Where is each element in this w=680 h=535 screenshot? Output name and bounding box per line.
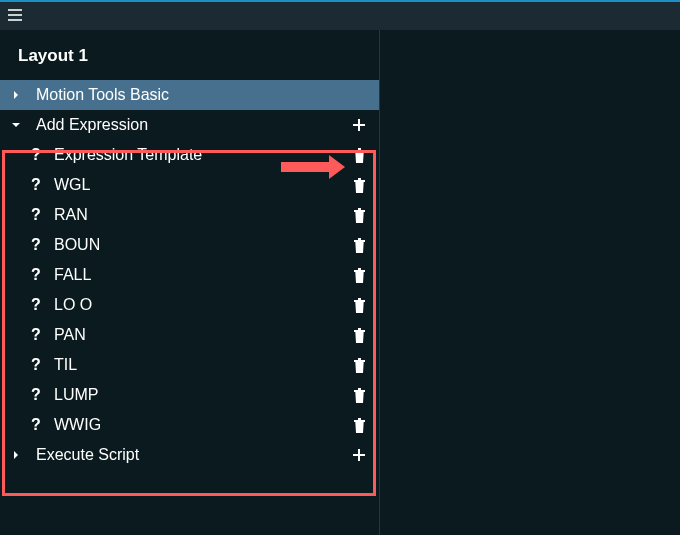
svg-rect-26 [353, 454, 365, 456]
trash-icon[interactable] [349, 388, 369, 403]
section-motion-tools-basic[interactable]: Motion Tools Basic [0, 80, 379, 110]
list-item[interactable]: ?Expression Template [0, 140, 379, 170]
svg-rect-21 [358, 388, 361, 390]
trash-icon[interactable] [349, 418, 369, 433]
item-label: WWIG [46, 416, 349, 434]
svg-rect-15 [358, 298, 361, 300]
item-label: LO O [46, 296, 349, 314]
item-label: FALL [46, 266, 349, 284]
trash-icon[interactable] [349, 238, 369, 253]
section-add-expression[interactable]: Add Expression [0, 110, 379, 140]
question-icon: ? [26, 356, 46, 374]
svg-rect-17 [358, 328, 361, 330]
svg-rect-18 [354, 330, 365, 332]
trash-icon[interactable] [349, 268, 369, 283]
list-item[interactable]: ?FALL [0, 260, 379, 290]
svg-rect-14 [354, 270, 365, 272]
item-label: TIL [46, 356, 349, 374]
list-item[interactable]: ?PAN [0, 320, 379, 350]
list-item[interactable]: ?BOUN [0, 230, 379, 260]
question-icon: ? [26, 386, 46, 404]
main-area: Layout 1 Motion Tools BasicAdd Expressio… [0, 30, 680, 535]
list-item[interactable]: ?LO O [0, 290, 379, 320]
question-icon: ? [26, 326, 46, 344]
chevron-down-icon[interactable] [6, 120, 26, 130]
question-icon: ? [26, 206, 46, 224]
list-item[interactable]: ?LUMP [0, 380, 379, 410]
chevron-right-icon[interactable] [6, 450, 26, 460]
question-icon: ? [26, 416, 46, 434]
svg-rect-16 [354, 300, 365, 302]
svg-rect-6 [354, 150, 365, 152]
list-item[interactable]: ?WGL [0, 170, 379, 200]
item-label: RAN [46, 206, 349, 224]
trash-icon[interactable] [349, 148, 369, 163]
svg-rect-5 [358, 148, 361, 150]
item-label: Expression Template [46, 146, 349, 164]
right-panel [380, 30, 680, 535]
add-icon[interactable] [349, 118, 369, 132]
list-item[interactable]: ?RAN [0, 200, 379, 230]
question-icon: ? [26, 236, 46, 254]
item-label: WGL [46, 176, 349, 194]
titlebar [0, 2, 680, 30]
svg-rect-11 [358, 238, 361, 240]
trash-icon[interactable] [349, 208, 369, 223]
section-label: Execute Script [26, 446, 349, 464]
svg-rect-12 [354, 240, 365, 242]
question-icon: ? [26, 266, 46, 284]
svg-rect-20 [354, 360, 365, 362]
item-label: BOUN [46, 236, 349, 254]
question-icon: ? [26, 296, 46, 314]
svg-rect-1 [8, 14, 22, 16]
item-label: PAN [46, 326, 349, 344]
menu-icon[interactable] [8, 8, 22, 24]
svg-rect-19 [358, 358, 361, 360]
list-item[interactable]: ?WWIG [0, 410, 379, 440]
svg-rect-7 [358, 178, 361, 180]
svg-rect-8 [354, 180, 365, 182]
svg-rect-4 [353, 124, 365, 126]
item-label: LUMP [46, 386, 349, 404]
question-icon: ? [26, 146, 46, 164]
svg-rect-22 [354, 390, 365, 392]
svg-rect-9 [358, 208, 361, 210]
svg-rect-24 [354, 420, 365, 422]
trash-icon[interactable] [349, 178, 369, 193]
panel-title: Layout 1 [0, 30, 379, 80]
trash-icon[interactable] [349, 328, 369, 343]
section-label: Add Expression [26, 116, 349, 134]
svg-rect-0 [8, 9, 22, 11]
svg-rect-10 [354, 210, 365, 212]
left-panel: Layout 1 Motion Tools BasicAdd Expressio… [0, 30, 380, 535]
section-execute-script[interactable]: Execute Script [0, 440, 379, 470]
svg-rect-2 [8, 19, 22, 21]
chevron-right-icon[interactable] [6, 90, 26, 100]
svg-rect-13 [358, 268, 361, 270]
question-icon: ? [26, 176, 46, 194]
list-item[interactable]: ?TIL [0, 350, 379, 380]
section-label: Motion Tools Basic [26, 86, 369, 104]
trash-icon[interactable] [349, 298, 369, 313]
trash-icon[interactable] [349, 358, 369, 373]
add-icon[interactable] [349, 448, 369, 462]
svg-rect-23 [358, 418, 361, 420]
